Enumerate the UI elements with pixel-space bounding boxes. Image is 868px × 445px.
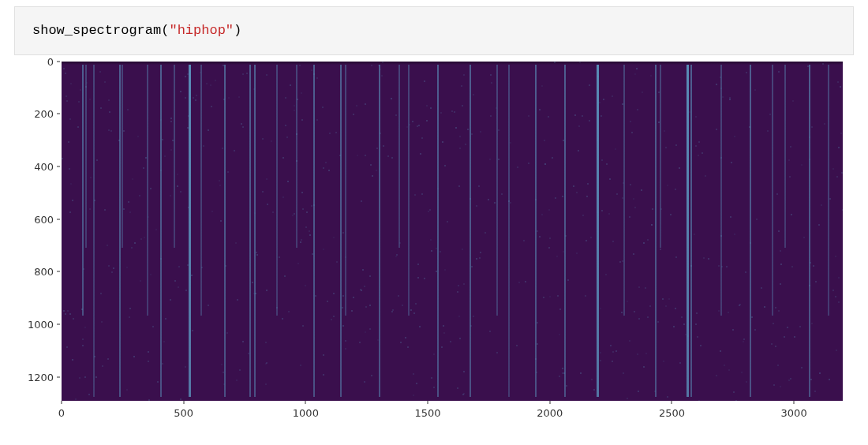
code-close-paren: ) — [234, 23, 241, 38]
x-tick-label: 2000 — [537, 407, 563, 419]
y-tick-label: 1200 — [28, 371, 54, 383]
spectrogram-stripe — [296, 65, 297, 249]
spectrogram-stripe — [160, 65, 162, 397]
code-open-paren: ( — [161, 23, 169, 38]
spectrogram-stripe — [254, 65, 256, 397]
spectrogram-stripe — [470, 65, 471, 397]
y-tick-label: 1000 — [28, 319, 54, 331]
spectrogram-stripe — [398, 65, 400, 249]
y-tick-mark — [57, 324, 60, 325]
y-tick-label: 800 — [34, 266, 54, 278]
spectrogram-stripe — [660, 65, 661, 249]
spectrogram-stripe — [379, 65, 380, 397]
x-tick-mark — [549, 401, 550, 404]
code-string-argument: "hiphop" — [169, 23, 234, 38]
x-tick-label: 1500 — [415, 407, 441, 419]
spectrogram-stripe — [119, 65, 121, 397]
spectrogram-stripe — [828, 65, 829, 316]
spectrogram-stripe — [189, 65, 191, 397]
spectrogram-stripe — [655, 65, 657, 397]
y-tick-label: 400 — [34, 161, 54, 173]
x-tick-mark — [428, 401, 428, 404]
spectrogram-stripe — [750, 65, 751, 397]
spectrogram-stripe — [809, 65, 810, 397]
code-cell: show_spectrogram("hiphop") — [14, 6, 854, 55]
spectrogram-stripe — [720, 65, 722, 316]
spectrogram-stripe — [623, 65, 625, 316]
y-tick-label: 0 — [47, 55, 54, 67]
y-tick-label: 600 — [34, 213, 54, 225]
y-tick-mark — [57, 114, 60, 114]
spectrogram-stripe — [496, 65, 498, 316]
spectrogram-stripe — [249, 65, 251, 397]
x-tick-label: 3000 — [781, 407, 807, 419]
spectrogram-stripe — [147, 65, 148, 316]
spectrogram-stripe — [772, 65, 773, 316]
plot-output: 020040060080010001200 050010001500200025… — [14, 62, 854, 440]
spectrogram-stripe — [122, 65, 123, 249]
spectrogram-stripe — [345, 65, 346, 316]
x-tick-mark — [62, 401, 62, 404]
spectrogram-stripe — [200, 65, 202, 316]
x-tick-mark — [183, 401, 184, 404]
y-tick-label: 200 — [34, 108, 54, 120]
y-tick-mark — [57, 61, 60, 62]
spectrogram-stripe — [174, 65, 175, 249]
y-tick-mark — [57, 219, 60, 219]
x-axis: 050010001500200025003000 — [62, 401, 843, 424]
x-tick-label: 0 — [58, 407, 65, 419]
spectrogram-image — [62, 62, 843, 401]
x-tick-label: 2500 — [659, 407, 685, 419]
x-tick-mark — [305, 401, 306, 404]
spectrogram-stripe — [597, 65, 599, 397]
y-tick-mark — [57, 271, 60, 272]
spectrogram-stripe — [437, 65, 439, 397]
spectrogram-stripe — [690, 65, 692, 397]
code-function-name: show_spectrogram — [32, 23, 161, 38]
spectrogram-stripe — [82, 65, 84, 316]
spectrogram-stripe — [85, 65, 87, 249]
spectrogram-stripe — [508, 65, 510, 397]
spectrogram-stripe — [408, 65, 410, 316]
x-tick-mark — [794, 401, 795, 404]
x-tick-label: 500 — [174, 407, 193, 419]
spectrogram-stripe — [93, 65, 95, 397]
spectrogram-stripe — [224, 65, 226, 397]
y-axis: 020040060080010001200 — [14, 62, 62, 401]
spectrogram-stripe — [687, 65, 689, 397]
y-tick-mark — [57, 376, 60, 377]
x-tick-label: 1000 — [293, 407, 319, 419]
spectrogram-stripe — [784, 65, 786, 249]
spectrogram-stripe — [276, 65, 278, 316]
y-tick-mark — [57, 166, 60, 167]
x-tick-mark — [672, 401, 672, 404]
spectrogram-stripe — [313, 65, 315, 397]
spectrogram-stripe — [564, 65, 566, 397]
spectrogram-stripe — [340, 65, 342, 397]
